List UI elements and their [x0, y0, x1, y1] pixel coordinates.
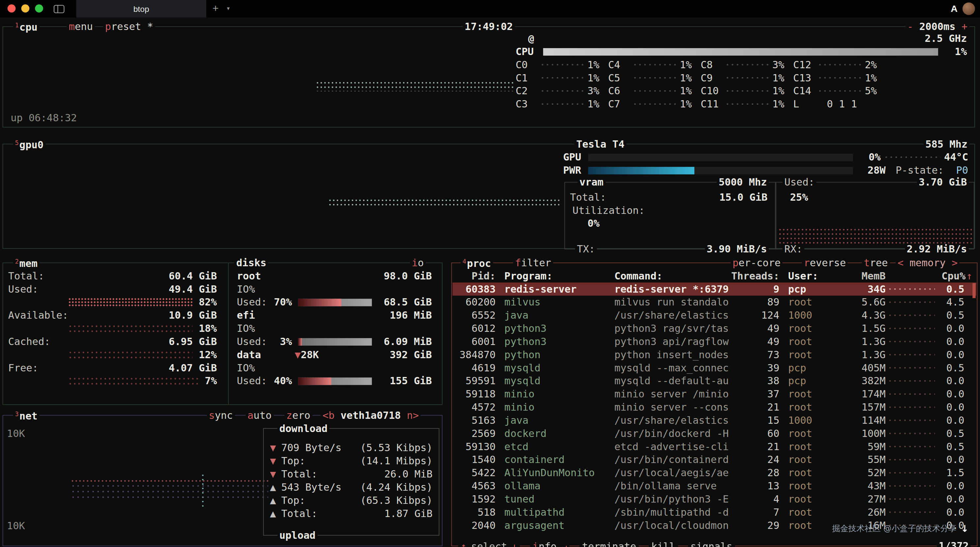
gpu-box-title[interactable]: 5gpu0 [13, 137, 46, 151]
list-position: 1/372 [937, 540, 971, 547]
sort-direction-icon[interactable]: ↑ [966, 270, 973, 282]
mem-box-title[interactable]: 2mem [13, 256, 40, 270]
process-table-header: Pid: Program: Command: Threads: User: Me… [457, 269, 973, 282]
process-row[interactable]: 4572 minio minio server --cons 21 root 1… [452, 401, 976, 414]
process-row[interactable]: 5422 AliYunDunMonito /usr/local/aegis/ae… [452, 466, 976, 479]
process-row[interactable]: 518 multipathd /sbin/multipathd -d 7 roo… [452, 506, 976, 519]
up-arrow-icon[interactable]: ↑ [461, 541, 467, 547]
disk-activity: ▼28K [294, 349, 319, 361]
sort-next-button[interactable]: > [952, 257, 958, 269]
memory-value: 49.4 GiB [169, 283, 217, 295]
header-command[interactable]: Command: [614, 270, 729, 282]
process-row[interactable]: 59591 mysqld mysqld --default-au 38 pcp … [452, 374, 976, 388]
cpu-box-title[interactable]: 1cpu [13, 19, 40, 34]
tree-button[interactable]: tree [862, 257, 890, 269]
dotted-leader [725, 84, 769, 97]
new-tab-button[interactable]: + [213, 3, 219, 15]
core-name: C12 [793, 59, 814, 70]
select-buttons[interactable]: ↑select↓ [458, 541, 520, 547]
per-core-button[interactable]: per-core [730, 257, 783, 269]
chevron-down-icon[interactable]: ▾ [226, 4, 231, 13]
signals-button[interactable]: signals [688, 541, 735, 547]
process-threads: 13 [729, 480, 780, 492]
header-pid[interactable]: Pid: [457, 270, 496, 282]
net-stat-value: (65.3 Kibps) [360, 494, 432, 506]
interface-switcher[interactable]: <b veth1a0718 n> [321, 409, 421, 421]
dotted-leader [725, 71, 769, 84]
header-memory[interactable]: MemB [847, 270, 886, 282]
info-button[interactable]: info↵ [530, 541, 570, 547]
core-value: 0 1 1 [827, 98, 857, 110]
process-row[interactable]: 5163 java /usr/share/elastics 15 1000 11… [452, 414, 976, 427]
core-name: C1 [516, 72, 537, 84]
sort-prev-button[interactable]: < [897, 257, 904, 269]
down-arrow-icon[interactable]: ↓ [511, 541, 517, 547]
filter-button[interactable]: filter [513, 257, 553, 269]
update-increase-button[interactable]: + [961, 21, 967, 32]
tab-btop[interactable]: btop [76, 0, 206, 17]
dotted-leader [888, 479, 935, 493]
process-command: /usr/share/elastics [614, 309, 729, 321]
menu-button[interactable]: menu [67, 21, 95, 33]
memory-row: Total: 60.4 GiB [3, 269, 228, 282]
process-program: dockerd [504, 428, 614, 439]
process-row[interactable]: 2569 dockerd /usr/bin/dockerd -H 60 root… [452, 427, 976, 440]
process-threads: 49 [729, 336, 780, 348]
sidebar-toggle-icon[interactable] [54, 5, 64, 13]
avatar[interactable] [963, 3, 975, 15]
zero-button[interactable]: zero [285, 409, 312, 421]
process-row[interactable]: 384870 python python insert_nodes 73 roo… [452, 348, 976, 361]
proc-footer: ↑select↓ info↵ terminate kill signals [458, 541, 735, 547]
process-row[interactable]: 6552 java /usr/share/elastics 124 1000 4… [452, 309, 976, 322]
process-row[interactable]: 59130 etcd etcd -advertise-cli 21 root 5… [452, 440, 976, 453]
vram-total-label: Total: [570, 191, 606, 203]
terminate-button[interactable]: terminate [580, 541, 639, 547]
vram-total-value: 15.0 GiB [719, 191, 767, 203]
process-command: /usr/share/elastics [614, 414, 729, 426]
net-stat-label: 543 Byte/s [282, 481, 342, 493]
dotted-leader [888, 282, 935, 296]
direction-arrow-icon: ▼ [270, 468, 281, 480]
process-pid: 6012 [457, 323, 496, 334]
minimize-window-button[interactable] [21, 4, 29, 13]
prev-interface-button[interactable]: <b [323, 409, 335, 421]
process-row[interactable]: 1592 tuned /usr/bin/python3 -E 4 root 27… [452, 493, 976, 506]
header-program[interactable]: Program: [504, 270, 614, 282]
reverse-button[interactable]: reverse [802, 257, 848, 269]
core-value: 1% [680, 72, 692, 84]
process-memory: 1.5G [847, 323, 886, 334]
header-threads[interactable]: Threads: [729, 270, 780, 282]
sync-button[interactable]: sync [207, 409, 235, 421]
header-cpu[interactable]: Cpu% [938, 270, 966, 282]
next-interface-button[interactable]: n> [407, 409, 419, 421]
process-row[interactable]: 1540 containerd /usr/bin/containerd 24 r… [452, 453, 976, 466]
process-program: python [504, 349, 614, 361]
io-toggle-button[interactable]: io [410, 257, 426, 269]
process-row[interactable]: 4619 mysqld mysqld --max_connec 39 pcp 4… [452, 361, 976, 374]
vram-panel: vram 5000 Mhz Total: 15.0 GiB Utilizatio… [565, 182, 776, 250]
screen: btop + ▾ A 1cpu menu preset * 17:49:02 -… [0, 0, 980, 547]
close-window-button[interactable] [8, 4, 16, 13]
process-threads: 21 [729, 401, 780, 413]
process-row[interactable]: 60383 redis-server redis-server *:6379 9… [452, 282, 976, 296]
process-row[interactable]: 59118 minio minio server /minio 37 root … [452, 388, 976, 401]
process-row[interactable]: 4563 ollama /bin/ollama serve 13 root 43… [452, 479, 976, 493]
process-user: root [788, 323, 847, 334]
core-value: 1% [587, 98, 600, 110]
net-box-title[interactable]: 3net [13, 408, 40, 423]
process-row[interactable]: 6012 python3 python3 rag/svr/tas 49 root… [452, 322, 976, 335]
scrollbar-thumb[interactable] [972, 283, 975, 298]
kill-button[interactable]: kill [649, 541, 678, 547]
process-row[interactable]: 60200 milvus milvus run standalo 89 root… [452, 296, 976, 309]
app-logo-icon[interactable]: A [951, 3, 958, 14]
zoom-window-button[interactable] [35, 4, 43, 13]
update-decrease-button[interactable]: - [907, 21, 913, 32]
auto-button[interactable]: auto [245, 409, 273, 421]
net-stat-row: ▼ 709 Byte/s (5.53 Kibps) [264, 441, 439, 455]
core-value: 1% [680, 59, 692, 70]
preset-button[interactable]: preset * [103, 21, 155, 33]
dotted-leader [888, 335, 935, 348]
process-row[interactable]: 6001 python3 python3 api/ragflow 49 root… [452, 335, 976, 348]
proc-box-title[interactable]: 4proc [461, 256, 493, 270]
header-user[interactable]: User: [788, 270, 847, 282]
